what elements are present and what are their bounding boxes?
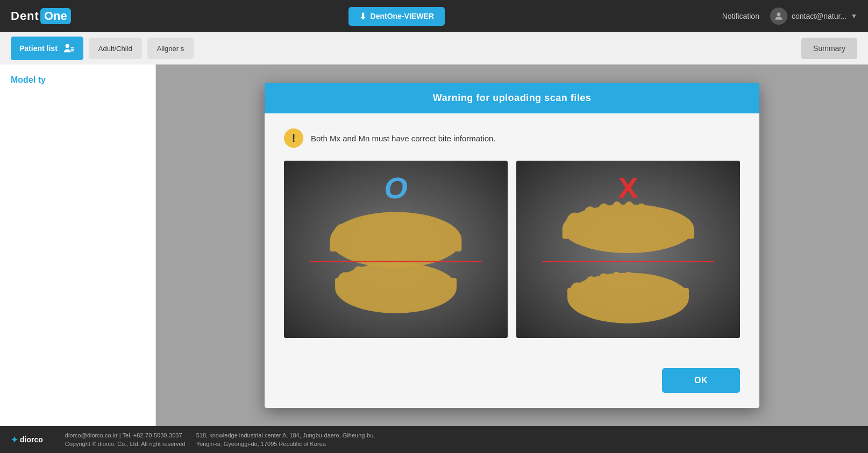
patient-list-button[interactable]: Patient list [11,37,83,60]
content-area: Warning for uploading scan files ! Both … [156,64,868,426]
svg-rect-3 [70,49,74,50]
correct-image: O [284,161,508,338]
svg-point-19 [351,266,366,290]
svg-point-41 [570,282,586,303]
svg-point-44 [610,272,623,299]
tab-adult-child-label: Adult/Child [98,45,132,53]
svg-point-23 [401,263,415,290]
logo-one: One [40,8,71,24]
svg-point-22 [390,262,403,289]
download-icon: ⬇ [359,11,366,21]
svg-point-46 [634,273,648,299]
patient-list-label: Patient list [19,44,58,53]
svg-point-24 [414,266,428,290]
footer-address: 518, knowledge industrial center A, 184,… [196,431,375,449]
svg-point-34 [622,202,636,232]
footer-logo: ✦ diorco [11,435,54,445]
incorrect-image-bg: X [516,161,740,338]
navbar-right: Notification contact@natur... ▼ [722,8,857,25]
svg-point-18 [337,272,353,293]
model-type-label: Model ty [11,75,46,84]
diorco-star-icon: ✦ [11,435,18,445]
svg-point-26 [438,275,454,293]
svg-point-12 [402,214,416,243]
patient-list-icons [63,42,75,54]
images-row: O [284,161,740,338]
navbar: Dent One ⬇ DentOne-VIEWER Notification c… [0,0,868,32]
sub-header: Patient list Adult/Child Aligner s Summa… [0,32,868,64]
tab-aligner[interactable]: Aligner s [147,38,194,59]
svg-point-31 [582,206,598,233]
warning-text: Both Mx and Mn must have correct bite in… [311,134,495,143]
svg-point-11 [390,213,404,243]
svg-rect-2 [70,47,74,48]
svg-point-1 [65,44,69,48]
user-avatar-icon [770,8,787,25]
svg-point-36 [647,206,662,233]
footer-contact-line1: diorco@diorco.co.kr | Tel. +82-70-5030-3… [65,431,186,440]
main-content: Model ty Warning for uploading scan file… [0,64,868,426]
warning-icon: ! [284,128,303,148]
correct-teeth-svg [310,193,482,327]
summary-label: Summary [813,44,845,53]
correct-image-bg: O [284,161,508,338]
svg-point-8 [350,218,366,244]
ok-button[interactable]: OK [662,368,740,393]
svg-point-42 [584,276,599,300]
svg-point-21 [378,262,390,289]
svg-point-0 [777,12,781,16]
tab-aligner-label: Aligner s [157,45,184,53]
diorco-logo: ✦ diorco [11,435,43,445]
modal-body: ! Both Mx and Mn must have correct bite … [265,113,759,368]
svg-point-15 [440,227,457,248]
navbar-center: ⬇ DentOne-VIEWER [348,7,445,26]
chevron-down-icon: ▼ [851,12,857,20]
svg-point-10 [378,213,392,243]
svg-point-45 [622,272,635,299]
user-email: contact@natur... [792,12,846,20]
svg-point-38 [672,216,689,236]
sidebar: Model ty [0,64,156,426]
footer-contact: diorco@diorco.co.kr | Tel. +82-70-5030-3… [65,431,186,449]
footer-address-line1: 518, knowledge industrial center A, 184,… [196,431,375,440]
footer-contact-line2: Copyright © diorco. Co., Ltd. All right … [65,440,186,449]
modal-header: Warning for uploading scan files [265,83,759,113]
svg-point-47 [646,276,660,300]
footer-address-line2: Yongin-si, Gyeonggi-do, 17095 Republic o… [196,440,375,449]
viewer-button-label: DentOne-VIEWER [371,12,434,20]
logo-dent: Dent [11,9,39,23]
svg-point-35 [634,204,648,232]
svg-point-30 [566,213,584,235]
svg-point-43 [597,273,611,299]
modal-overlay: Warning for uploading scan files ! Both … [156,64,868,426]
svg-point-33 [610,202,624,232]
incorrect-teeth-svg [542,193,714,327]
svg-point-49 [670,285,686,304]
svg-point-13 [415,218,430,244]
warning-message: ! Both Mx and Mn must have correct bite … [284,128,740,148]
incorrect-image: X [516,161,740,338]
tab-adult-child[interactable]: Adult/Child [89,38,142,59]
user-section[interactable]: contact@natur... ▼ [770,8,857,25]
svg-point-7 [333,224,352,246]
summary-button[interactable]: Summary [801,38,857,59]
svg-point-20 [365,263,379,290]
modal-title: Warning for uploading scan files [433,92,591,104]
warning-modal: Warning for uploading scan files ! Both … [265,83,759,408]
diorco-name: diorco [20,435,43,444]
svg-point-32 [596,204,611,232]
modal-footer: OK [265,368,759,408]
svg-rect-4 [70,51,74,52]
footer: ✦ diorco diorco@diorco.co.kr | Tel. +82-… [0,426,868,453]
viewer-button[interactable]: ⬇ DentOne-VIEWER [348,7,445,26]
notification-label: Notification [722,12,759,20]
logo: Dent One [11,8,71,24]
svg-point-9 [364,214,379,243]
